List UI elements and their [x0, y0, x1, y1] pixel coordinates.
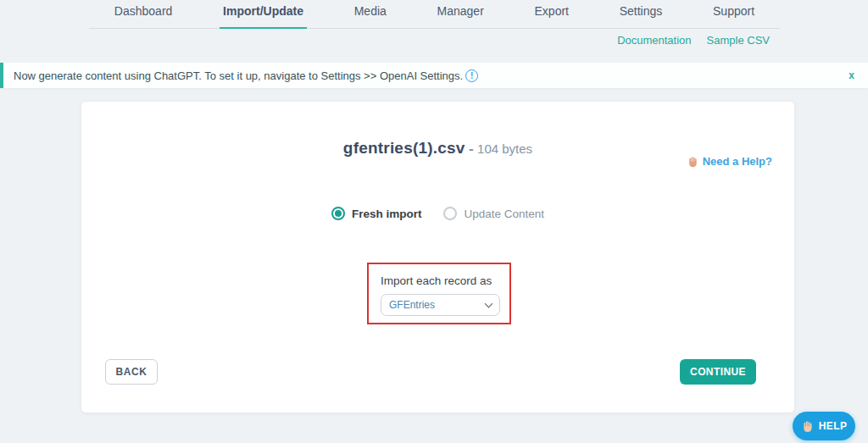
tab-manager[interactable]: Manager	[434, 0, 487, 29]
back-button[interactable]: BACK	[105, 359, 158, 385]
banner-close-button[interactable]: x	[845, 68, 858, 83]
banner-text: Now generate content using ChatGPT. To s…	[14, 69, 463, 82]
chevron-down-icon	[485, 300, 493, 308]
radio-fresh-import[interactable]: Fresh import	[331, 207, 422, 220]
hand-icon	[687, 156, 698, 168]
tab-media[interactable]: Media	[351, 0, 390, 29]
documentation-link[interactable]: Documentation	[617, 34, 691, 47]
tab-export[interactable]: Export	[531, 0, 572, 29]
need-help-link[interactable]: Need a Help?	[687, 155, 772, 168]
radio-selected-icon	[331, 207, 345, 220]
nav-tabs: Dashboard Import/Update Media Manager Ex…	[89, 0, 780, 29]
top-navigation: Dashboard Import/Update Media Manager Ex…	[89, 0, 780, 29]
secondary-links: Documentation Sample CSV	[617, 34, 770, 47]
radio-unselected-icon	[443, 207, 457, 220]
tab-import-update[interactable]: Import/Update	[220, 0, 307, 29]
help-fab-button[interactable]: HELP	[793, 412, 855, 440]
file-size: 104 bytes	[477, 141, 532, 156]
hand-icon	[801, 420, 814, 433]
radio-update-content-label: Update Content	[464, 208, 544, 220]
record-type-dropdown[interactable]: GFEntries	[381, 294, 500, 316]
dropdown-selected-value: GFEntries	[389, 299, 486, 311]
help-fab-label: HELP	[819, 420, 848, 432]
chatgpt-notice-banner: Now generate content using ChatGPT. To s…	[0, 63, 868, 88]
tab-support[interactable]: Support	[709, 0, 758, 29]
title-separator: -	[469, 141, 474, 157]
tab-dashboard[interactable]: Dashboard	[111, 0, 176, 29]
tab-settings[interactable]: Settings	[616, 0, 666, 29]
import-record-label: Import each record as	[381, 274, 498, 287]
need-help-label: Need a Help?	[703, 155, 772, 168]
radio-fresh-import-label: Fresh import	[352, 208, 422, 220]
continue-button[interactable]: CONTINUE	[680, 359, 756, 385]
radio-update-content[interactable]: Update Content	[443, 207, 544, 220]
annotation-highlight-box: Import each record as GFEntries	[367, 263, 511, 324]
sample-csv-link[interactable]: Sample CSV	[707, 34, 770, 47]
info-icon[interactable]: !	[465, 69, 478, 82]
import-mode-options: Fresh import Update Content	[81, 207, 794, 220]
file-name: gfentries(1).csv	[343, 139, 465, 157]
import-step-card: gfentries(1).csv - 104 bytes Need a Help…	[81, 102, 794, 413]
file-title: gfentries(1).csv - 104 bytes	[81, 102, 794, 158]
